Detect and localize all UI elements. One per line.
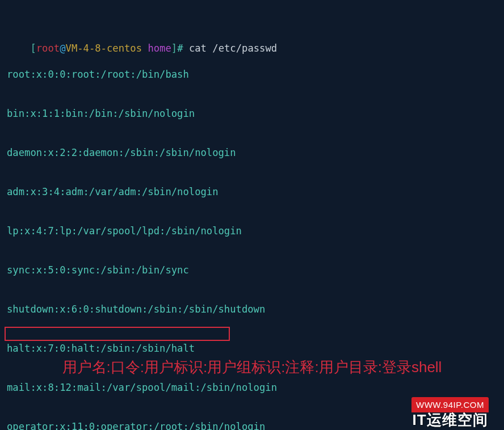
watermark: WWW.94IP.COM IT运维空间 <box>402 397 498 427</box>
passwd-line: bin:x:1:1:bin:/bin:/sbin/nologin <box>7 107 497 120</box>
command-text: cat /etc/passwd <box>189 43 277 54</box>
passwd-line: lp:x:4:7:lp:/var/spool/lpd:/sbin/nologin <box>7 225 497 238</box>
passwd-line: sync:x:5:0:sync:/sbin:/bin/sync <box>7 264 497 277</box>
prompt-close-bracket: ] <box>171 43 177 54</box>
passwd-line: daemon:x:2:2:daemon:/sbin:/sbin/nologin <box>7 146 497 159</box>
passwd-line: mail:x:8:12:mail:/var/spool/mail:/sbin/n… <box>7 381 497 394</box>
passwd-line: shutdown:x:6:0:shutdown:/sbin:/sbin/shut… <box>7 303 497 316</box>
prompt-host: VM-4-8-centos <box>66 43 142 54</box>
prompt-space <box>142 43 148 54</box>
prompt-hash: # <box>177 43 183 54</box>
prompt-at: @ <box>60 43 65 54</box>
passwd-line: root:x:0:0:root:/root:/bin/bash <box>7 68 497 81</box>
prompt-open-bracket: [ <box>30 43 36 54</box>
prompt-path: home <box>148 43 171 54</box>
passwd-format-caption: 用户名:口令:用户标识:用户组标识:注释:用户目录:登录shell <box>0 361 504 374</box>
prompt-user: root <box>36 43 60 54</box>
watermark-url: WWW.94IP.COM <box>411 397 489 412</box>
passwd-line: adm:x:3:4:adm:/var/adm:/sbin/nologin <box>7 186 497 199</box>
passwd-line: halt:x:7:0:halt:/sbin:/sbin/halt <box>7 342 497 355</box>
watermark-brand: IT运维空间 <box>402 414 498 427</box>
prompt-line-1: [root@VM-4-8-centos home]# cat /etc/pass… <box>7 29 497 42</box>
